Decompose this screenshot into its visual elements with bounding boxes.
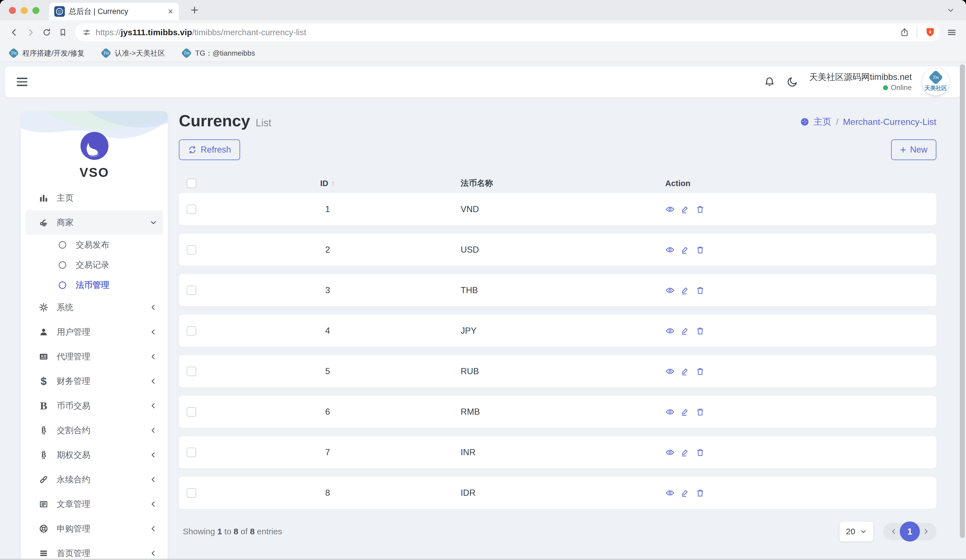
forward-button[interactable] (22, 24, 39, 41)
sidebar-item-perpetual-contract[interactable]: 永续合约 (21, 467, 168, 492)
view-eye-icon[interactable] (665, 407, 675, 417)
sort-ascending-icon[interactable]: ↑ (331, 179, 335, 188)
next-page-chevron-icon[interactable] (922, 527, 930, 535)
tune-icon[interactable] (82, 28, 91, 37)
close-window-button[interactable] (9, 7, 16, 14)
minimize-window-button[interactable] (21, 7, 28, 14)
edit-pencil-icon[interactable] (680, 286, 690, 295)
cell-actions (665, 205, 705, 214)
column-header-name[interactable]: 法币名称 (461, 178, 493, 189)
delete-trash-icon[interactable] (695, 488, 705, 498)
address-bar[interactable]: https://jys111.timibbs.vip/timibbs/merch… (75, 23, 940, 41)
maximize-window-button[interactable] (33, 7, 39, 14)
previous-page-chevron-icon[interactable] (890, 527, 898, 535)
vso-logo (80, 131, 109, 160)
page-title: Currency (179, 111, 250, 130)
view-eye-icon[interactable] (665, 286, 675, 295)
delete-trash-icon[interactable] (695, 326, 705, 336)
tm-bookmark-icon: Tm (182, 48, 191, 58)
sidebar-item-agent-management[interactable]: 代理管理 (21, 344, 168, 369)
cell-currency-name: THB (461, 285, 478, 296)
site-info: 天美社区源码网timibbs.net Online (809, 71, 912, 93)
scrollbar-thumb[interactable] (960, 64, 965, 538)
sidebar-item-delivery-contract[interactable]: B 交割合约 (21, 418, 168, 443)
view-eye-icon[interactable] (665, 245, 675, 255)
sidebar-item-merchant[interactable]: 商家 (25, 210, 163, 235)
cell-id: 7 (300, 447, 356, 457)
browser-menu-button[interactable] (944, 24, 960, 41)
notifications-bell-icon[interactable] (763, 76, 775, 88)
row-checkbox[interactable] (187, 448, 196, 457)
delete-trash-icon[interactable] (695, 245, 705, 255)
edit-pencil-icon[interactable] (680, 326, 690, 336)
sidebar-subitem-label: 法币管理 (76, 279, 109, 291)
sidebar-item-article-management[interactable]: 文章管理 (21, 492, 168, 516)
share-icon[interactable] (899, 27, 910, 38)
view-eye-icon[interactable] (665, 448, 675, 457)
sidebar-item-subscription-management[interactable]: 申购管理 (21, 516, 168, 541)
delete-trash-icon[interactable] (695, 205, 705, 214)
edit-pencil-icon[interactable] (680, 488, 690, 498)
row-checkbox[interactable] (187, 367, 196, 376)
tab-search-chevron-icon[interactable] (946, 6, 955, 15)
sidebar-item-home[interactable]: 主页 (21, 186, 168, 210)
edit-pencil-icon[interactable] (680, 245, 690, 255)
avatar[interactable]: Tm 天美社区 (922, 69, 949, 95)
cell-currency-name: IDR (461, 488, 475, 498)
view-eye-icon[interactable] (665, 488, 675, 498)
edit-pencil-icon[interactable] (680, 448, 690, 457)
current-page-button[interactable]: 1 (900, 521, 920, 542)
delete-trash-icon[interactable] (695, 286, 705, 295)
sidebar-item-user-management[interactable]: 用户管理 (21, 320, 168, 344)
new-button[interactable]: + New (891, 140, 936, 160)
breadcrumb-separator: / (836, 117, 839, 127)
bookmark-item[interactable]: Tm TG：@tianmeibbs (182, 48, 255, 58)
sidebar-subitem-trade-records[interactable]: 交易记录 (21, 255, 168, 275)
sidebar-item-homepage-management[interactable]: 首页管理 (21, 541, 168, 560)
brave-shield-icon[interactable] (925, 27, 936, 38)
breadcrumb: 主页 / Merchant-Currency-List (800, 116, 936, 128)
view-eye-icon[interactable] (665, 367, 675, 376)
edit-pencil-icon[interactable] (680, 367, 690, 376)
dark-mode-moon-icon[interactable] (786, 76, 798, 88)
toolbar-divider (917, 27, 917, 38)
sidebar-toggle-button[interactable] (17, 78, 27, 86)
row-checkbox[interactable] (187, 326, 196, 336)
bookmark-flag-button[interactable] (55, 24, 71, 41)
sidebar-subitem-fiat-management[interactable]: 法币管理 (21, 275, 168, 295)
view-eye-icon[interactable] (665, 205, 675, 214)
breadcrumb-current[interactable]: Merchant-Currency-List (843, 117, 936, 127)
sidebar-item-spot-trading[interactable]: B 币币交易 (21, 393, 168, 418)
back-button[interactable] (6, 24, 22, 41)
sidebar-item-finance-management[interactable]: $ 财务管理 (21, 369, 168, 393)
edit-pencil-icon[interactable] (680, 407, 690, 417)
delete-trash-icon[interactable] (695, 367, 705, 376)
delete-trash-icon[interactable] (695, 448, 705, 457)
new-tab-button[interactable] (189, 5, 200, 15)
row-checkbox[interactable] (187, 245, 196, 255)
cell-currency-name: INR (461, 447, 475, 457)
sidebar-subitem-trade-publish[interactable]: 交易发布 (21, 235, 168, 255)
select-all-checkbox[interactable] (187, 179, 196, 188)
view-eye-icon[interactable] (665, 326, 675, 336)
bookmark-item[interactable]: Tm 认准->天美社区 (101, 48, 165, 58)
edit-pencil-icon[interactable] (680, 205, 690, 214)
sidebar-item-system[interactable]: 系统 (21, 295, 168, 320)
breadcrumb-home-link[interactable]: 主页 (814, 116, 831, 128)
newspaper-icon (38, 499, 49, 509)
row-checkbox[interactable] (187, 488, 196, 498)
row-checkbox[interactable] (187, 407, 196, 417)
bookmark-item[interactable]: Tm 程序搭建/开发/修复 (9, 48, 84, 58)
reload-button[interactable] (39, 24, 55, 41)
page-size-select[interactable]: 20 (840, 522, 873, 541)
browser-tab[interactable]: 总后台 | Currency (49, 3, 179, 20)
row-checkbox[interactable] (187, 205, 196, 214)
online-status: Online (809, 83, 912, 92)
row-checkbox[interactable] (187, 286, 196, 295)
sidebar-item-options-trading[interactable]: B 期权交易 (21, 443, 168, 467)
tab-close-icon[interactable] (167, 8, 174, 15)
column-header-id[interactable]: ID ↑ (300, 179, 356, 188)
table-row: 4 JPY (179, 315, 936, 347)
refresh-button[interactable]: Refresh (179, 140, 240, 160)
delete-trash-icon[interactable] (695, 407, 705, 417)
